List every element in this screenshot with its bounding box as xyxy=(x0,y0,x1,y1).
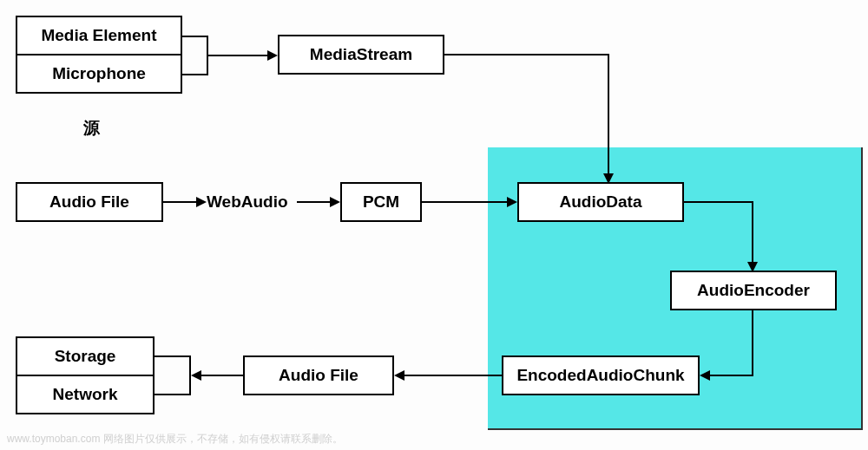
node-audio-file-out: Audio File xyxy=(243,355,394,395)
watermark-text: www.toymoban.com 网络图片仅供展示，不存储，如有侵权请联系删除。 xyxy=(7,432,343,447)
node-audio-encoder: AudioEncoder xyxy=(670,271,837,310)
node-microphone: Microphone xyxy=(16,54,182,94)
node-storage: Storage xyxy=(16,336,155,376)
label-webaudio: WebAudio xyxy=(207,192,288,212)
label-source: 源 xyxy=(83,117,100,140)
node-pcm: PCM xyxy=(340,182,422,222)
node-media-element: Media Element xyxy=(16,16,182,55)
node-network: Network xyxy=(16,375,155,414)
node-audio-file-src: Audio File xyxy=(16,182,163,222)
node-encoded-chunk: EncodedAudioChunk xyxy=(502,355,700,395)
node-media-stream: MediaStream xyxy=(278,35,444,75)
node-audio-data: AudioData xyxy=(517,182,684,222)
